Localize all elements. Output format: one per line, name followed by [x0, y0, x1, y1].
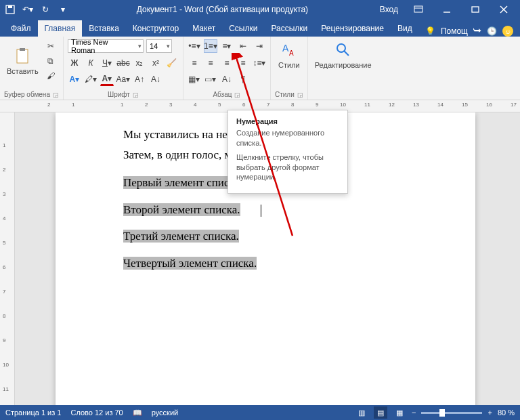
- redo-icon[interactable]: ↻: [38, 2, 53, 17]
- login-link[interactable]: Вход: [374, 5, 404, 14]
- tab-references[interactable]: Ссылки: [222, 20, 264, 37]
- ribbon: Вставить ✂ ⧉ 🖌 Буфер обмена◲ Times New R…: [0, 37, 520, 100]
- share-icon[interactable]: ⮩: [473, 26, 481, 36]
- titlebar: ↶▾ ↻ ▾ Документ1 - Word (Сбой активации …: [0, 0, 520, 19]
- align-right-icon[interactable]: ≡: [220, 56, 234, 70]
- svg-rect-8: [17, 49, 28, 63]
- increase-indent-icon[interactable]: ⇥: [253, 39, 266, 53]
- svg-line-13: [344, 51, 349, 56]
- list-item[interactable]: Первый элемент списка.: [123, 176, 242, 189]
- font-family-combo[interactable]: Times New Roman: [68, 39, 144, 53]
- multilevel-button[interactable]: ≡▾: [220, 39, 234, 53]
- superscript-button[interactable]: x²: [149, 56, 162, 70]
- underline-button[interactable]: Ч▾: [100, 56, 114, 70]
- shrink-font-icon[interactable]: A↓: [149, 72, 162, 86]
- decrease-indent-icon[interactable]: ⇤: [236, 39, 250, 53]
- styles-button[interactable]: AA Стили: [275, 39, 303, 70]
- svg-text:A: A: [282, 43, 289, 54]
- group-clipboard-label: Буфер обмена: [4, 91, 50, 98]
- group-font-label: Шрифт: [108, 91, 130, 98]
- sort-icon[interactable]: A↓: [220, 72, 234, 86]
- tell-me-label[interactable]: Помощ: [441, 26, 468, 36]
- bold-button[interactable]: Ж: [68, 56, 81, 70]
- tell-me-icon[interactable]: 💡: [425, 26, 435, 36]
- save-icon[interactable]: [3, 2, 18, 17]
- highlight-icon[interactable]: 🖍▾: [84, 72, 98, 86]
- tab-design[interactable]: Конструктор: [126, 20, 186, 37]
- show-marks-icon[interactable]: ¶: [236, 72, 250, 86]
- shading-icon[interactable]: ▦▾: [188, 72, 201, 86]
- group-paragraph-label: Абзац: [213, 91, 232, 98]
- tooltip-hint: Щелкните стрелку, чтобы выбрать другой ф…: [236, 152, 339, 183]
- group-clipboard: Вставить ✂ ⧉ 🖌 Буфер обмена◲: [0, 37, 64, 100]
- zoom-slider[interactable]: [421, 412, 482, 414]
- zoom-level[interactable]: 80 %: [498, 408, 515, 417]
- list-item[interactable]: Третий элемент списка.: [123, 230, 239, 243]
- clear-format-icon[interactable]: 🧹: [165, 56, 179, 70]
- paragraph-launcher-icon[interactable]: ◲: [234, 91, 240, 98]
- tooltip-desc: Создание нумерованного списка.: [236, 128, 339, 148]
- tab-insert[interactable]: Вставка: [82, 20, 126, 37]
- align-center-icon[interactable]: ≡: [204, 56, 217, 70]
- tooltip-numbering: Нумерация Создание нумерованного списка.…: [228, 110, 348, 194]
- qat-customize-icon[interactable]: ▾: [56, 2, 70, 17]
- history-icon[interactable]: 🕒: [487, 26, 497, 36]
- tab-mailings[interactable]: Рассылки: [264, 20, 314, 37]
- text-cursor: [261, 205, 261, 217]
- tooltip-title: Нумерация: [236, 117, 339, 125]
- close-icon[interactable]: [490, 0, 517, 19]
- format-painter-icon[interactable]: 🖌: [44, 69, 58, 83]
- justify-icon[interactable]: ≡: [236, 56, 250, 70]
- font-launcher-icon[interactable]: ◲: [133, 91, 139, 98]
- status-language[interactable]: русский: [152, 408, 178, 417]
- subscript-button[interactable]: x₂: [133, 56, 146, 70]
- spellcheck-icon[interactable]: 📖: [133, 408, 142, 417]
- numbering-button[interactable]: 1≡▾: [204, 39, 217, 53]
- view-web-icon[interactable]: ▦: [393, 406, 406, 419]
- tab-home[interactable]: Главная: [38, 20, 83, 37]
- paste-button[interactable]: Вставить: [4, 45, 41, 77]
- tab-file[interactable]: Файл: [4, 20, 38, 37]
- status-page[interactable]: Страница 1 из 1: [5, 408, 61, 417]
- group-styles-label: Стили: [275, 91, 295, 98]
- feedback-icon[interactable]: ☺: [502, 26, 513, 37]
- ruler-vertical[interactable]: 123456789101112: [0, 112, 15, 419]
- minimize-icon[interactable]: [433, 0, 460, 19]
- editing-button[interactable]: Редактирование: [312, 39, 374, 70]
- line-spacing-icon[interactable]: ↕≡▾: [253, 56, 266, 70]
- status-words[interactable]: Слово 12 из 70: [70, 408, 123, 417]
- cut-icon[interactable]: ✂: [44, 39, 58, 53]
- list-item[interactable]: Четвертый элемент списка.: [123, 257, 257, 270]
- ribbon-tabs: Файл Главная Вставка Конструктор Макет С…: [0, 19, 520, 37]
- undo-icon[interactable]: ↶▾: [20, 2, 35, 17]
- font-color-icon[interactable]: A▾: [100, 72, 114, 86]
- ribbon-display-icon[interactable]: [405, 0, 432, 19]
- group-paragraph: •≡▾ 1≡▾ ≡▾ ⇤ ⇥ ≡ ≡ ≡ ≡ ↕≡▾ ▦▾ ▭▾ A↓ ¶ Аб…: [183, 37, 271, 100]
- grow-font-icon[interactable]: A↑: [133, 72, 146, 86]
- tab-review[interactable]: Рецензирование: [314, 20, 391, 37]
- styles-launcher-icon[interactable]: ◲: [297, 91, 303, 98]
- change-case-button[interactable]: Aa▾: [116, 72, 130, 86]
- copy-icon[interactable]: ⧉: [44, 54, 58, 68]
- svg-text:A: A: [289, 49, 294, 57]
- tab-view[interactable]: Вид: [391, 20, 419, 37]
- maximize-icon[interactable]: [462, 0, 489, 19]
- italic-button[interactable]: К: [84, 56, 98, 70]
- zoom-in-button[interactable]: +: [488, 408, 492, 417]
- view-print-icon[interactable]: ▤: [374, 406, 387, 419]
- clipboard-launcher-icon[interactable]: ◲: [53, 91, 59, 98]
- tab-layout[interactable]: Макет: [186, 20, 222, 37]
- bullets-button[interactable]: •≡▾: [188, 39, 201, 53]
- zoom-out-button[interactable]: −: [412, 408, 416, 417]
- font-size-combo[interactable]: 14: [146, 39, 172, 53]
- view-read-icon[interactable]: ▥: [355, 406, 368, 419]
- align-left-icon[interactable]: ≡: [188, 56, 201, 70]
- group-font: Times New Roman 14 Ж К Ч▾ abc x₂ x² 🧹 A▾…: [64, 37, 183, 100]
- borders-icon[interactable]: ▭▾: [204, 72, 217, 86]
- svg-rect-5: [472, 7, 479, 12]
- list-item[interactable]: Второй элемент списка.: [123, 203, 240, 216]
- strike-button[interactable]: abc: [116, 56, 130, 70]
- svg-rect-2: [414, 6, 422, 12]
- window-title: Документ1 - Word (Сбой активации продукт…: [70, 5, 374, 14]
- text-effects-icon[interactable]: A▾: [68, 72, 81, 86]
